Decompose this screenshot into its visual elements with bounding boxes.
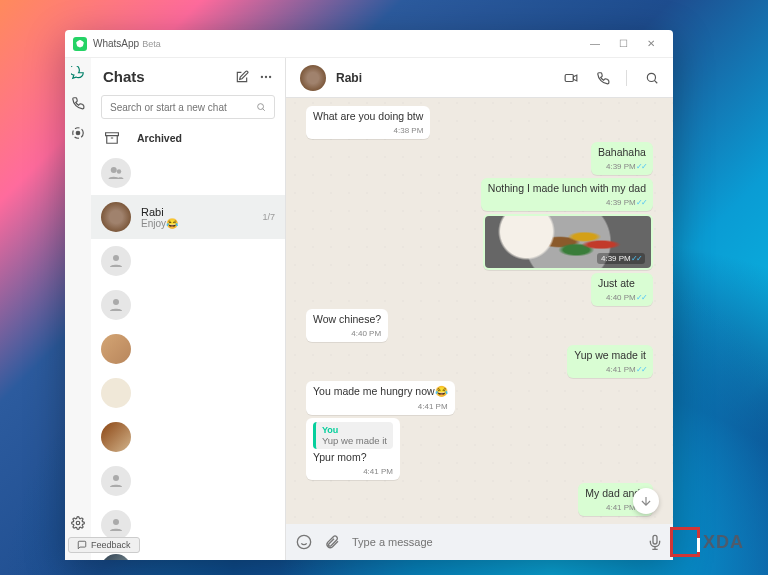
svg-point-15 [297,535,310,548]
svg-point-10 [113,299,119,305]
avatar-photo [101,554,131,560]
chat-item[interactable] [91,415,285,459]
svg-point-8 [117,169,122,174]
chat-item-name: Rabi [141,206,252,218]
avatar-placeholder [101,290,131,320]
attach-icon[interactable] [324,534,340,550]
message-image[interactable]: 4:39 PM [483,214,653,270]
avatar-photo [101,334,131,364]
app-name: WhatsApp [93,38,139,49]
search-input[interactable] [110,102,256,113]
video-call-icon[interactable] [564,71,578,85]
chat-item[interactable] [91,327,285,371]
status-icon[interactable] [71,126,85,140]
conversation-header: Rabi [286,58,673,98]
contact-name: Rabi [336,71,546,85]
quoted-message: You Yup we made it [313,422,393,449]
message-outgoing[interactable]: Bahahaha4:39 PM [591,142,653,175]
message-outgoing[interactable]: Nothing I made lunch with my dad4:39 PM [481,178,653,211]
emoji-icon[interactable] [296,534,312,550]
feedback-badge[interactable]: Feedback [68,537,140,553]
message-outgoing[interactable]: Yup we made it4:41 PM [567,345,653,378]
avatar-photo [101,378,131,408]
calls-icon[interactable] [71,96,85,110]
avatar-placeholder [101,510,131,540]
svg-point-1 [76,131,80,135]
svg-point-11 [113,475,119,481]
chats-icon[interactable] [71,66,85,80]
maximize-button[interactable]: ☐ [609,33,637,55]
nav-rail [65,58,91,560]
beta-badge: Beta [142,39,161,49]
message-incoming-reply[interactable]: You Yup we made it Ypur mom?4:41 PM [306,418,400,480]
titlebar: WhatsApp Beta — ☐ ✕ [65,30,673,58]
chat-item[interactable] [91,371,285,415]
avatar-photo [101,422,131,452]
avatar-placeholder [101,466,131,496]
search-icon [256,102,266,112]
chat-item[interactable] [91,151,285,195]
chat-item[interactable] [91,283,285,327]
chat-list-panel: Chats Archived Rabi E [91,58,286,560]
whatsapp-icon [73,37,87,51]
chat-list-header: Chats [91,58,285,91]
message-input[interactable] [352,536,635,548]
svg-point-4 [265,75,267,77]
message-incoming[interactable]: What are you doing btw4:38 PM [306,106,430,139]
message-incoming[interactable]: You made me hungry now😂4:41 PM [306,381,455,415]
avatar-rabi [101,202,131,232]
svg-point-14 [647,73,655,81]
svg-point-5 [269,75,271,77]
chat-item-preview: Enjoy😂 [141,218,252,229]
avatar-placeholder [101,158,131,188]
divider [626,70,627,86]
mic-icon[interactable] [647,534,663,550]
chat-item[interactable] [91,239,285,283]
settings-icon[interactable] [71,516,85,530]
chat-items: Rabi Enjoy😂 1/7 [91,151,285,560]
svg-point-7 [111,167,117,173]
feedback-label: Feedback [91,540,131,550]
archived-row[interactable]: Archived [91,125,285,151]
search-box[interactable] [101,95,275,119]
more-icon[interactable] [259,70,273,84]
xda-logo-icon [670,527,700,557]
archive-icon [105,131,119,145]
chat-item[interactable] [91,459,285,503]
scroll-to-bottom-button[interactable] [633,488,659,514]
svg-point-9 [113,255,119,261]
new-chat-icon[interactable] [235,70,249,84]
whatsapp-window: WhatsApp Beta — ☐ ✕ Chats [65,30,673,560]
conversation-panel: Rabi What are you doing btw4:38 PM Bahah… [286,58,673,560]
minimize-button[interactable]: — [581,33,609,55]
svg-point-12 [113,519,119,525]
chat-item-date: 1/7 [262,212,275,222]
messages-area[interactable]: What are you doing btw4:38 PM Bahahaha4:… [286,98,673,524]
message-composer [286,524,673,560]
voice-call-icon[interactable] [596,71,610,85]
message-incoming[interactable]: Wow chinese?4:40 PM [306,309,388,342]
message-outgoing[interactable]: Just ate4:40 PM [591,273,653,306]
xda-logo-text: XDA [703,532,744,553]
svg-point-6 [258,104,264,110]
avatar-placeholder [101,246,131,276]
close-button[interactable]: ✕ [637,33,665,55]
xda-watermark: XDA [670,527,744,557]
chats-title: Chats [103,68,225,85]
search-in-chat-icon[interactable] [645,71,659,85]
chat-item-active[interactable]: Rabi Enjoy😂 1/7 [91,195,285,239]
feedback-icon [77,540,87,550]
svg-point-3 [261,75,263,77]
svg-rect-13 [565,74,573,81]
archived-label: Archived [137,132,182,144]
svg-point-2 [76,521,80,525]
avatar-rabi[interactable] [300,65,326,91]
